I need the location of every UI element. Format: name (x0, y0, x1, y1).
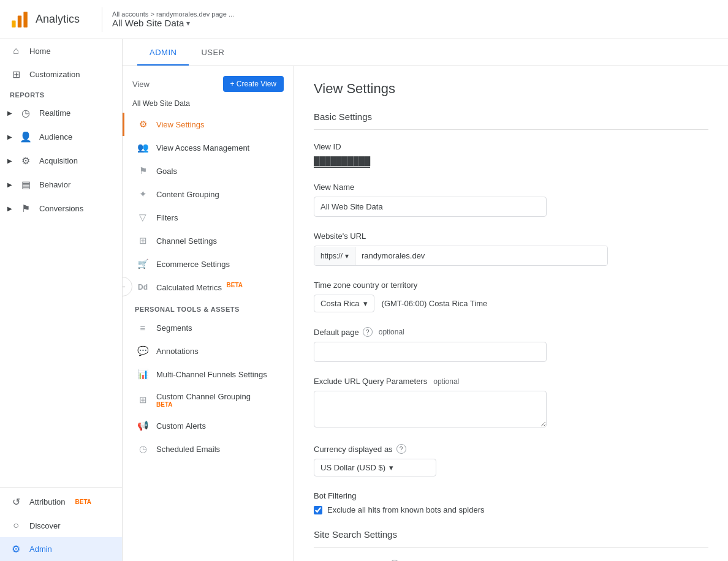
sidebar-item-label: Acquisition (39, 156, 78, 165)
calculated-metrics-beta: BETA (227, 282, 243, 288)
website-url-group: Website's URL https:// ▾ (314, 232, 708, 266)
bot-filtering-label: Bot Filtering (314, 491, 708, 500)
header-divider (102, 7, 102, 32)
menu-item-goals[interactable]: ⚑ Goals (123, 159, 294, 183)
sidebar-item-home[interactable]: ⌂ Home (0, 39, 122, 62)
default-page-group: Default page ? optional (314, 327, 708, 362)
channel-icon: ⊞ (137, 235, 149, 246)
url-protocol-text: https:// (320, 252, 343, 260)
menu-item-custom-alerts[interactable]: 📢 Custom Alerts (123, 414, 294, 437)
personal-section-label: PERSONAL TOOLS & ASSETS (123, 298, 294, 317)
menu-item-channel-settings[interactable]: ⊞ Channel Settings (123, 229, 294, 252)
exclude-url-optional: optional (433, 377, 459, 386)
account-breadcrumb: All accounts > randymorales.dev page ... (112, 10, 234, 18)
sidebar-item-discover[interactable]: ○ Discover (0, 514, 122, 537)
url-input-group: https:// ▾ (314, 246, 608, 266)
bot-filtering-group: Bot Filtering Exclude all hits from know… (314, 491, 708, 514)
sidebar-item-attribution[interactable]: ↺ Attribution BETA (0, 490, 122, 514)
menu-item-label: Segments (156, 323, 192, 333)
tab-admin[interactable]: ADMIN (137, 39, 189, 66)
property-selector[interactable]: All Web Site Data ▾ (112, 18, 234, 28)
menu-item-view-settings[interactable]: ⚙ View Settings (123, 113, 294, 136)
audience-icon: 👤 (20, 131, 32, 143)
view-id-group: View ID ██████████ (314, 142, 708, 168)
menu-item-label: Ecommerce Settings (156, 260, 230, 269)
menu-item-ecommerce[interactable]: 🛒 Ecommerce Settings (123, 252, 294, 276)
timezone-label: Time zone country or territory (314, 280, 708, 290)
multi-channel-icon: 📊 (137, 369, 149, 380)
custom-alerts-icon: 📢 (137, 420, 149, 431)
basic-settings-label: Basic Settings (314, 111, 708, 130)
menu-item-annotations[interactable]: 💬 Annotations (123, 339, 294, 363)
sidebar-item-label: Discover (29, 521, 61, 530)
tab-user[interactable]: USER (189, 39, 237, 66)
exclude-url-label-row: Exclude URL Query Parameters optional (314, 377, 708, 386)
menu-item-content-grouping[interactable]: ✦ Content Grouping (123, 183, 294, 206)
sidebar-item-behavior[interactable]: ▶ ▤ Behavior (0, 173, 122, 197)
custom-channel-text: Custom Channel Grouping BETA (156, 392, 251, 408)
svg-rect-2 (23, 12, 27, 28)
site-search-label: Site Search Settings (314, 529, 708, 548)
menu-item-segments[interactable]: ≡ Segments (123, 317, 294, 339)
svg-rect-1 (18, 15, 21, 27)
expand-icon: ▶ (7, 134, 12, 140)
calculated-metrics-icon: Dd (137, 283, 149, 292)
currency-help-icon[interactable]: ? (396, 444, 406, 454)
custom-channel-icon: ⊞ (137, 394, 149, 405)
sidebar-item-label: Behavior (39, 180, 70, 189)
currency-dropdown[interactable]: US Dollar (USD $) ▾ (314, 459, 436, 476)
sidebar-item-conversions[interactable]: ▶ ⚑ Conversions (0, 197, 122, 220)
account-info: All accounts > randymorales.dev page ...… (112, 10, 234, 28)
acquisition-icon: ⚙ (20, 155, 32, 167)
conversions-icon: ⚑ (20, 203, 32, 214)
analytics-logo (10, 10, 29, 29)
menu-item-label: Multi-Channel Funnels Settings (156, 370, 267, 379)
menu-item-view-access[interactable]: 👥 View Access Management (123, 136, 294, 159)
expand-icon: ▶ (7, 181, 12, 188)
menu-item-custom-channel[interactable]: ⊞ Custom Channel Grouping BETA (123, 386, 294, 414)
default-page-input[interactable] (314, 342, 547, 362)
filters-icon: ▽ (137, 212, 149, 223)
sidebar-item-realtime[interactable]: ▶ ◷ Realtime (0, 101, 122, 125)
view-panel: View + Create View All Web Site Data ← ⚙… (123, 66, 294, 561)
admin-content: View + Create View All Web Site Data ← ⚙… (123, 66, 728, 561)
annotations-icon: 💬 (137, 345, 149, 356)
currency-label-row: Currency displayed as ? (314, 444, 708, 454)
create-view-button[interactable]: + Create View (223, 76, 284, 92)
sidebar-item-admin[interactable]: ⚙ Admin (0, 537, 122, 561)
sidebar-item-label: Attribution (29, 497, 66, 506)
timezone-country-dropdown[interactable]: Costa Rica ▾ (314, 295, 374, 312)
realtime-icon: ◷ (20, 107, 32, 119)
logo-area: Analytics (10, 10, 80, 29)
default-page-help-icon[interactable]: ? (363, 327, 373, 337)
content-grouping-icon: ✦ (137, 189, 149, 200)
protocol-chevron-icon: ▾ (345, 252, 349, 260)
menu-item-calculated-metrics[interactable]: Dd Calculated Metrics BETA (123, 276, 294, 298)
view-name-input[interactable] (314, 197, 547, 217)
home-icon: ⌂ (10, 45, 22, 56)
url-protocol-select[interactable]: https:// ▾ (314, 247, 355, 265)
menu-item-scheduled-emails[interactable]: ◷ Scheduled Emails (123, 437, 294, 461)
discover-icon: ○ (10, 520, 22, 531)
exclude-url-label: Exclude URL Query Parameters (314, 377, 427, 386)
default-page-label: Default page (314, 328, 359, 337)
exclude-url-input[interactable] (314, 391, 547, 427)
sidebar-item-acquisition[interactable]: ▶ ⚙ Acquisition (0, 149, 122, 173)
sidebar-item-label: Customization (29, 70, 80, 79)
attribution-icon: ↺ (10, 496, 22, 508)
sidebar-item-label: Admin (29, 544, 52, 554)
view-id-label: View ID (314, 142, 708, 151)
view-id-value: ██████████ (314, 156, 370, 168)
sidebar-item-customization[interactable]: ⊞ Customization (0, 62, 122, 86)
bot-filtering-row: Exclude all hits from known bots and spi… (314, 505, 708, 514)
url-domain-input[interactable] (355, 246, 607, 265)
menu-item-multi-channel[interactable]: 📊 Multi-Channel Funnels Settings (123, 363, 294, 386)
bot-filtering-checkbox[interactable] (314, 506, 322, 514)
sidebar-item-audience[interactable]: ▶ 👤 Audience (0, 125, 122, 149)
content-area: ADMIN USER View + Create View All Web Si… (123, 39, 728, 561)
menu-item-filters[interactable]: ▽ Filters (123, 206, 294, 229)
sidebar-item-label: Realtime (39, 108, 70, 118)
exclude-url-group: Exclude URL Query Parameters optional (314, 377, 708, 429)
menu-item-label: Channel Settings (156, 236, 217, 246)
menu-item-label: Goals (156, 167, 177, 176)
